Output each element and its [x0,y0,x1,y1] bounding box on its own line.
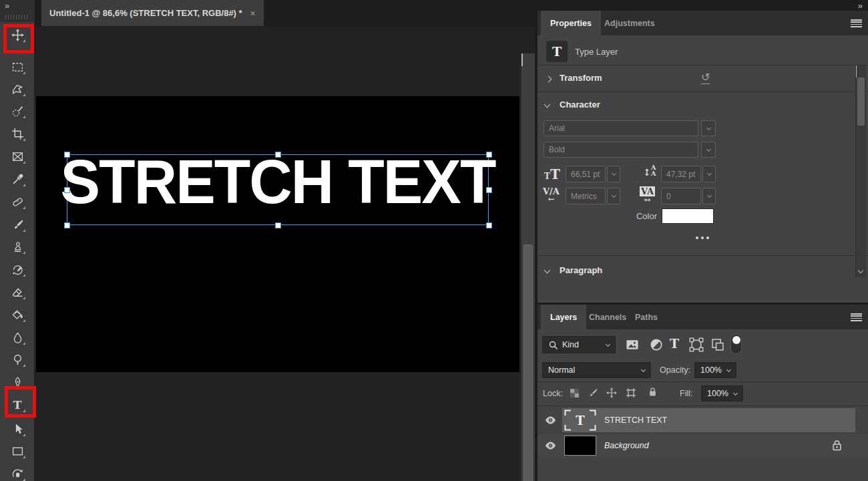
font-style-select[interactable]: Bold [544,142,698,158]
crop-tool[interactable] [9,126,25,142]
kerning-dropdown-button[interactable] [607,188,620,204]
type-layer-thumbnail[interactable]: T [564,410,596,431]
rectangle-tool[interactable] [9,443,25,459]
dodge-tool[interactable] [9,351,25,367]
scrollbar-thumb[interactable] [857,77,865,126]
opacity-field[interactable]: 100% [694,362,736,378]
document-tab[interactable]: Untitled-1 @ 86,6% (STRETCH TEXT, RGB/8#… [41,0,264,26]
clone-stamp-tool[interactable] [9,238,25,255]
leading-field[interactable]: 47,32 pt [661,166,701,182]
handle-bottom-center[interactable] [275,222,281,228]
font-family-select[interactable]: Arial [544,120,698,136]
filter-pixel-layers-icon[interactable] [625,337,640,352]
character-section-header[interactable]: Character [560,100,600,110]
more-options-icon[interactable] [696,236,709,239]
layer-filter-kind-select[interactable]: Kind [542,336,616,353]
quick-selection-tool[interactable] [9,103,25,119]
spot-healing-brush-tool[interactable] [9,194,25,210]
visibility-eye-icon[interactable] [545,441,556,450]
lasso-tool[interactable] [9,81,25,97]
tab-paths[interactable]: Paths [626,305,667,329]
tracking-dropdown-button[interactable] [702,188,716,204]
type-tool-icon: T [13,399,22,411]
blur-tool[interactable] [9,329,25,345]
close-tab-icon[interactable]: × [250,8,256,19]
filter-toggle[interactable] [730,334,742,354]
visibility-eye-icon[interactable] [545,416,556,425]
font-family-dropdown-button[interactable] [701,120,716,136]
handle-top-center[interactable] [275,152,281,158]
layers-panel-menu-icon[interactable] [851,313,862,321]
eyedropper-tool[interactable] [9,171,25,187]
handle-bottom-left[interactable] [64,222,70,228]
tab-properties[interactable]: Properties [541,11,601,35]
scrollbar-thumb[interactable] [523,245,533,481]
layer-lock-icon[interactable] [831,440,843,451]
leading-dropdown-button[interactable] [702,166,716,182]
brush-tool[interactable] [9,216,25,232]
handle-middle-right[interactable] [486,187,492,193]
fill-field[interactable]: 100% [701,385,743,402]
transform-section-header[interactable]: Transform [560,73,602,83]
panel-column: » Properties Adjustments T Type Layer Tr… [537,0,868,481]
lock-all-icon[interactable] [648,387,658,397]
canvas-text-layer[interactable]: STRETCH TEXT [73,151,481,212]
frame-tool[interactable] [9,148,25,164]
scroll-up-icon[interactable] [521,53,523,66]
properties-scrollbar[interactable] [855,65,866,277]
scroll-down-icon[interactable] [858,268,863,273]
layer-name[interactable]: STRETCH TEXT [604,416,667,425]
selected-layer-highlight[interactable]: T STRETCH TEXT [562,408,855,432]
filter-adjustment-layers-icon[interactable] [649,337,664,352]
handle-middle-left[interactable] [64,187,70,193]
rotate-view-tool[interactable] [9,466,25,481]
scroll-up-icon[interactable] [856,65,857,77]
transform-expand-icon[interactable] [546,76,552,83]
move-tool[interactable] [9,27,25,43]
document-tab-title: Untitled-1 @ 86,6% (STRETCH TEXT, RGB/8#… [49,8,242,18]
transform-selection-box[interactable]: STRETCH TEXT [67,154,489,225]
lock-position-icon[interactable] [606,387,617,398]
history-brush-tool[interactable] [9,261,25,277]
toolbar-grip[interactable] [5,15,29,19]
eraser-tool[interactable] [9,284,25,300]
paragraph-collapse-icon[interactable] [544,267,551,274]
type-tool[interactable]: T [9,397,25,413]
tab-adjustments[interactable]: Adjustments [595,11,664,35]
character-collapse-icon[interactable] [544,102,551,108]
pen-tool[interactable] [9,374,25,390]
handle-bottom-right[interactable] [486,222,492,228]
layer-row-stretch-text[interactable]: T STRETCH TEXT [537,408,868,432]
kerning-field[interactable]: Metrics [566,188,606,204]
properties-panel-menu-icon[interactable] [851,19,862,27]
handle-top-right[interactable] [486,152,492,158]
layer-name[interactable]: Background [604,441,649,450]
rectangular-marquee-tool[interactable] [9,59,25,75]
background-layer-thumbnail[interactable] [564,436,596,456]
layer-row-background[interactable]: Background [537,433,868,457]
lock-pixels-icon[interactable] [588,387,598,398]
lock-artboard-icon[interactable] [626,387,636,398]
tracking-field[interactable]: 0 [661,188,701,204]
font-style-dropdown-button[interactable] [701,142,716,158]
paint-bucket-tool[interactable] [9,307,25,323]
toolbar-collapse-button[interactable]: » [5,1,10,11]
canvas[interactable]: STRETCH TEXT [36,96,519,372]
path-selection-icon [11,423,24,436]
clone-stamp-icon [11,240,24,253]
filter-type-layers-icon[interactable]: T [670,336,679,351]
font-size-dropdown-button[interactable] [607,166,620,182]
filter-shape-layers-icon[interactable] [689,337,704,352]
blur-icon [11,331,24,344]
text-color-swatch[interactable] [662,208,714,224]
paragraph-section-header[interactable]: Paragraph [560,265,602,275]
panel-collapse-button[interactable]: » [858,1,863,11]
document-vertical-scrollbar[interactable] [521,53,535,481]
path-selection-tool[interactable] [9,421,25,437]
lock-transparency-icon[interactable] [570,388,580,398]
blend-mode-select[interactable]: Normal [542,362,651,378]
filter-smart-objects-icon[interactable] [710,337,725,352]
reset-transform-icon[interactable]: ↺ [701,71,710,84]
font-size-field[interactable]: 66,51 pt [566,166,606,182]
handle-top-left[interactable] [64,152,70,158]
